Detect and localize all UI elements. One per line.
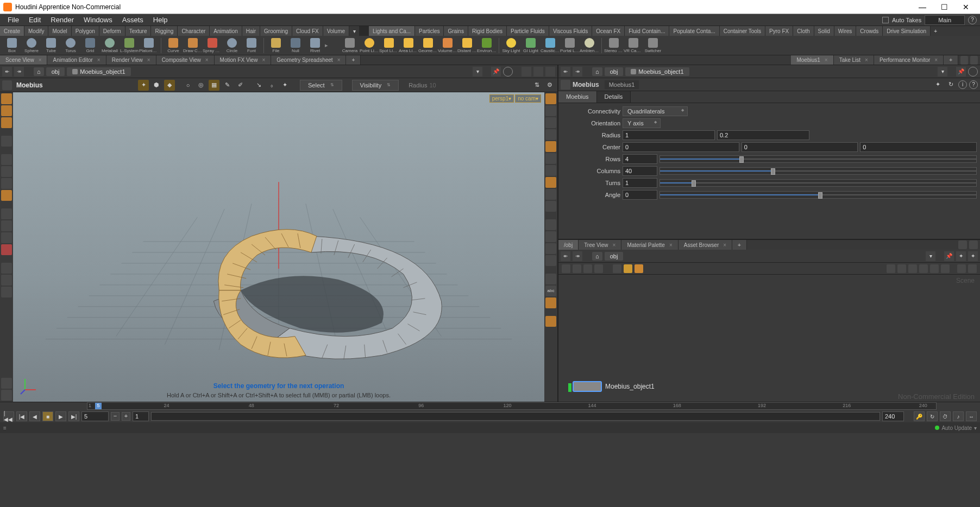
tool-curve[interactable]: Curve <box>164 38 183 53</box>
net-r3-icon[interactable] <box>908 264 917 273</box>
disp-icon[interactable] <box>545 93 556 104</box>
net-back-icon[interactable]: ↞ <box>561 251 570 261</box>
pane-tab[interactable]: Moebius1× <box>791 55 833 65</box>
parm-path-node[interactable]: Moebius_object1 <box>625 67 689 76</box>
auto-takes-checkbox[interactable] <box>882 17 889 23</box>
path-dropdown-icon[interactable]: ▾ <box>473 67 482 77</box>
columns-slider[interactable] <box>659 167 977 175</box>
frame-dec-button[interactable]: − <box>111 412 120 421</box>
shelf-tab[interactable]: Polygon <box>72 26 99 36</box>
net-list-icon[interactable] <box>562 264 570 273</box>
select-mode-dropdown[interactable]: Select <box>300 80 342 91</box>
network-node[interactable]: Moebius_object1 <box>573 381 655 392</box>
net-r2-icon[interactable] <box>897 264 906 273</box>
center-x-input[interactable] <box>623 142 739 152</box>
visibility-dropdown[interactable]: Visibility <box>352 80 399 91</box>
realtime-icon[interactable]: ⏱ <box>940 411 951 421</box>
snap1-icon[interactable] <box>1 208 12 219</box>
bulb-icon[interactable] <box>545 141 556 152</box>
snap2-icon[interactable] <box>1 220 12 231</box>
parm-tab-details[interactable]: Details <box>597 91 631 103</box>
shelf-tab[interactable]: Pyro FX <box>765 26 793 36</box>
scale-tool-icon[interactable] <box>1 178 12 189</box>
timeline-ruler[interactable]: 1 5 24 48 72 96 120 144 168 192 216 240 <box>87 402 937 410</box>
path-node[interactable]: Moebius_object1 <box>67 67 130 76</box>
tool-vrcam[interactable]: VR Camera <box>624 38 643 53</box>
net-tool1-icon[interactable] <box>613 264 621 273</box>
stop-button[interactable]: ■ <box>42 411 53 421</box>
gear-icon[interactable] <box>1 287 12 297</box>
network-view[interactable]: Scene Moebius_object1 Non-Commercial Edi… <box>558 275 980 402</box>
parm-path-obj[interactable]: obj <box>605 67 624 76</box>
ring2-icon[interactable]: ◎ <box>196 80 206 91</box>
first-frame-button[interactable]: |◀◀ <box>3 411 14 421</box>
tool-camera[interactable]: Camera <box>340 38 360 53</box>
pane-tab[interactable]: Motion FX View× <box>215 55 272 65</box>
nav-back-icon[interactable]: ↞ <box>2 67 12 77</box>
status-menu-icon[interactable]: ≡ <box>3 425 10 431</box>
tool-null[interactable]: Null <box>286 38 305 53</box>
menu-file[interactable]: File <box>3 15 23 25</box>
net-grid-icon[interactable] <box>583 264 592 273</box>
tool-geolight[interactable]: Geometry L... <box>418 38 438 53</box>
shelf-tab[interactable]: Modify <box>24 26 48 36</box>
ring-icon[interactable]: ○ <box>183 80 193 91</box>
grid-icon[interactable] <box>545 219 556 230</box>
key-icon[interactable]: 🔑 <box>914 411 925 421</box>
gear-icon[interactable] <box>545 177 556 188</box>
move-tool-icon[interactable] <box>1 117 12 128</box>
shelf-add-icon[interactable]: ▾ <box>349 26 359 36</box>
tool-platonic[interactable]: Platonic Sol... <box>139 38 159 53</box>
node-box-icon[interactable] <box>573 381 602 392</box>
net-fit-icon[interactable] <box>968 264 977 273</box>
pane-tab[interactable]: Composite View× <box>156 55 215 65</box>
path-obj[interactable]: obj <box>46 67 65 76</box>
close-button[interactable]: ✕ <box>955 1 977 14</box>
tool-sphere[interactable]: Sphere <box>22 38 41 53</box>
tool-pointlight[interactable]: Point Light <box>360 38 379 53</box>
audio-icon[interactable]: ♪ <box>953 411 964 421</box>
tool-vollight[interactable]: Volume Light <box>438 38 457 53</box>
net-tool2-icon[interactable] <box>624 264 632 273</box>
net-r1-icon[interactable] <box>887 264 895 273</box>
pane-tab[interactable]: Geometry Spreadsheet× <box>271 55 346 65</box>
info-icon[interactable]: i <box>958 80 967 89</box>
icon-a[interactable] <box>522 67 531 77</box>
menu-help[interactable]: Help <box>149 15 172 25</box>
snap-prim-icon[interactable]: ◆ <box>164 80 175 91</box>
mat-icon[interactable] <box>545 316 556 327</box>
tool-distlight[interactable]: Distant Light <box>457 38 477 53</box>
take-selector[interactable]: Main <box>925 15 965 25</box>
net-menu-icon[interactable] <box>969 240 978 249</box>
shelf-tab[interactable]: Container Tools <box>720 26 765 36</box>
tool-envlight[interactable]: Environmen... <box>477 38 497 53</box>
pane-tab[interactable]: Performance Monitor× <box>874 55 944 65</box>
reload-icon[interactable]: ↻ <box>945 79 956 90</box>
icon-c[interactable] <box>545 67 555 77</box>
pane-tab[interactable]: Take List× <box>834 55 874 65</box>
tool-gilight[interactable]: GI Light <box>521 38 541 53</box>
shelf-tab[interactable]: Model <box>48 26 71 36</box>
pin-icon[interactable]: 📌 <box>491 67 501 77</box>
shelf-tab[interactable]: Hair <box>242 26 260 36</box>
pane-tab[interactable]: Scene View× <box>0 55 47 65</box>
circle-icon[interactable] <box>545 129 556 140</box>
pane-tab-add[interactable]: + <box>944 55 958 65</box>
target-icon[interactable] <box>545 165 556 176</box>
shelf-tab[interactable]: Rigging <box>151 26 178 36</box>
play-rev-button[interactable]: ◀ <box>29 411 40 421</box>
center-y-input[interactable] <box>742 142 858 152</box>
net-pin-icon[interactable]: 📌 <box>944 251 954 261</box>
shelf-tab[interactable]: Wires <box>834 26 857 36</box>
tool-box[interactable]: Box <box>2 38 22 53</box>
end-frame-input[interactable]: 240 <box>882 411 904 421</box>
shelf-tab[interactable]: Cloud FX <box>292 26 323 36</box>
cam-icon[interactable] <box>545 189 556 200</box>
help-icon[interactable]: ? <box>969 80 978 89</box>
shelf-tab[interactable]: Crowds <box>856 26 883 36</box>
brush-icon[interactable]: ✐ <box>235 80 246 91</box>
shelf-tab[interactable]: Particle Fluids <box>507 26 549 36</box>
nav-fwd-icon[interactable]: ↠ <box>14 67 24 77</box>
shade-icon[interactable] <box>545 255 556 266</box>
ring-tool-icon[interactable] <box>1 263 12 274</box>
